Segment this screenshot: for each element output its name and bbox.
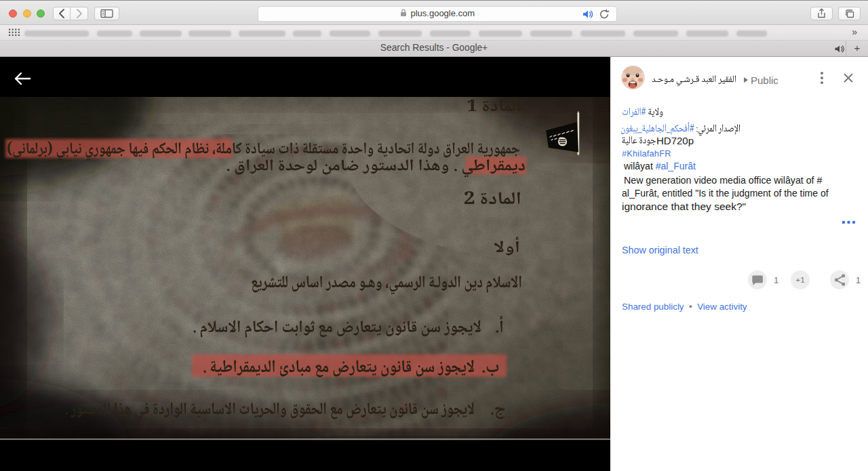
svg-text:+1: +1 [795,275,804,285]
svg-text:1: 1 [856,275,861,285]
svg-text:1: 1 [774,275,778,285]
